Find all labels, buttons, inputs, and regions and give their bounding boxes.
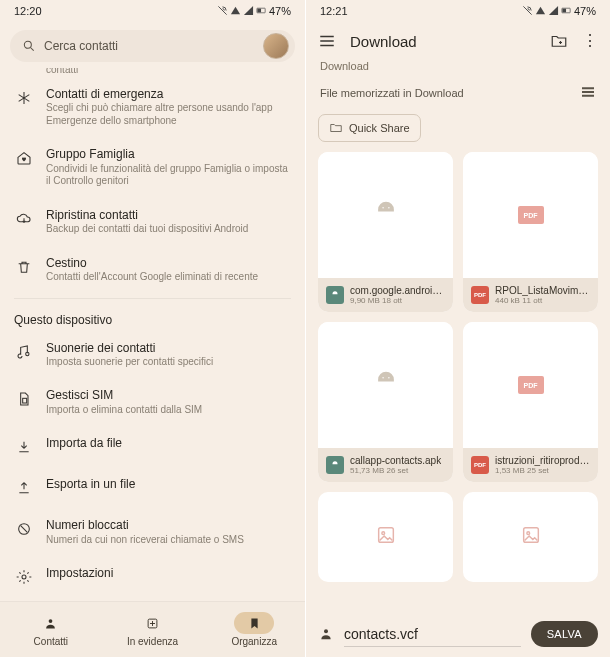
clock: 12:20 — [14, 5, 42, 17]
item-import[interactable]: Importa da file — [14, 426, 291, 467]
file-tile[interactable] — [463, 492, 598, 582]
svg-point-13 — [388, 207, 389, 208]
breadcrumb[interactable]: Download — [306, 54, 610, 78]
quick-share-chip[interactable]: Quick Share — [318, 114, 421, 142]
asterisk-icon — [14, 88, 34, 108]
item-blocked[interactable]: Numeri bloccati Numeri da cui non riceve… — [14, 508, 291, 556]
more-icon[interactable]: ⋮ — [582, 33, 598, 49]
search-row: Cerca contatti — [0, 22, 305, 68]
item-ringtones[interactable]: Suonerie dei contatti Imposta suonerie p… — [14, 331, 291, 379]
pdf-badge-icon — [471, 286, 489, 304]
svg-point-19 — [526, 532, 529, 535]
file-tile[interactable]: callapp-contacts.apk 51,73 MB 26 set — [318, 322, 453, 482]
pdf-badge-icon — [471, 456, 489, 474]
item-restore[interactable]: Ripristina contatti Backup dei contatti … — [14, 198, 291, 246]
save-button[interactable]: SALVA — [531, 621, 598, 647]
status-bar: 12:21 47% — [306, 0, 610, 22]
folder-icon — [329, 121, 343, 135]
menu-icon[interactable] — [318, 32, 336, 50]
battery-pct: 47% — [269, 5, 291, 17]
item-emergency[interactable]: Contatti di emergenza Scegli chi può chi… — [14, 77, 291, 137]
status-icons: 47% — [522, 5, 596, 18]
apk-badge-icon — [326, 286, 344, 304]
svg-point-20 — [324, 629, 328, 633]
list-view-icon[interactable] — [580, 84, 596, 102]
svg-point-12 — [382, 207, 383, 208]
svg-rect-11 — [562, 8, 566, 12]
sim-icon — [14, 389, 34, 409]
gear-icon — [14, 567, 34, 587]
apk-icon — [372, 369, 400, 401]
truncated-prev-item: contatti — [14, 68, 291, 75]
item-settings[interactable]: Impostazioni — [14, 556, 291, 597]
search-placeholder: Cerca contatti — [44, 39, 118, 53]
svg-point-8 — [49, 619, 53, 623]
svg-point-15 — [388, 377, 389, 378]
bookmark-icon — [247, 616, 262, 631]
clock: 12:21 — [320, 5, 348, 17]
item-family[interactable]: Gruppo Famiglia Condividi le funzionalit… — [14, 137, 291, 197]
file-tile[interactable] — [318, 492, 453, 582]
music-note-icon — [14, 342, 34, 362]
svg-rect-1 — [257, 8, 261, 12]
svg-rect-5 — [23, 399, 27, 404]
svg-point-2 — [24, 41, 31, 48]
bottom-nav: Contatti In evidenza Organizza — [0, 601, 305, 657]
upload-icon — [14, 478, 34, 498]
apk-icon — [372, 199, 400, 231]
nav-highlights[interactable]: In evidenza — [102, 602, 204, 657]
cloud-download-icon — [14, 209, 34, 229]
svg-point-4 — [26, 352, 29, 355]
svg-line-3 — [31, 48, 34, 51]
battery-pct: 47% — [574, 5, 596, 17]
nav-contacts[interactable]: Contatti — [0, 602, 102, 657]
section-title: Questo dispositivo — [14, 303, 291, 331]
file-tile[interactable]: PDF RPOL_ListaMovime… 440 kB 11 ott — [463, 152, 598, 312]
downloads-picker-screen: 12:21 47% Download ⋮ Download File memor… — [305, 0, 610, 657]
nav-organize[interactable]: Organizza — [203, 602, 305, 657]
location-subheader: File memorizzati in Download — [306, 78, 610, 108]
apk-badge-icon — [326, 456, 344, 474]
image-icon — [520, 524, 542, 550]
picker-header: Download ⋮ — [306, 22, 610, 54]
home-heart-icon — [14, 148, 34, 168]
status-icons: 47% — [217, 5, 291, 18]
item-sim[interactable]: Gestisci SIM Importa o elimina contatti … — [14, 378, 291, 426]
file-tile[interactable]: com.google.androi… 9,90 MB 18 ott — [318, 152, 453, 312]
status-bar: 12:20 47% — [0, 0, 305, 22]
image-icon — [375, 524, 397, 550]
svg-point-7 — [22, 575, 26, 579]
pdf-icon: PDF — [518, 206, 544, 224]
person-icon — [318, 626, 334, 642]
pdf-icon: PDF — [518, 376, 544, 394]
new-folder-icon[interactable] — [550, 32, 568, 50]
filename-input[interactable] — [344, 622, 521, 647]
svg-point-14 — [382, 377, 383, 378]
file-tile[interactable]: PDF istruzioni_ritiroprod… 1,53 MB 25 se… — [463, 322, 598, 482]
avatar[interactable] — [263, 33, 289, 59]
svg-point-17 — [381, 532, 384, 535]
picker-title: Download — [350, 33, 536, 50]
star-plus-icon — [145, 616, 160, 631]
download-icon — [14, 437, 34, 457]
search-input[interactable]: Cerca contatti — [10, 30, 295, 62]
divider — [14, 298, 291, 299]
settings-list: contatti Contatti di emergenza Scegli ch… — [0, 68, 305, 601]
files-area: Quick Share com.google.androi… 9,90 MB 1… — [306, 108, 610, 611]
contacts-organize-screen: 12:20 47% Cerca contatti contatti Contat… — [0, 0, 305, 657]
item-export[interactable]: Esporta in un file — [14, 467, 291, 508]
person-icon — [43, 616, 58, 631]
item-trash[interactable]: Cestino Contatti dell'Account Google eli… — [14, 246, 291, 294]
save-bar: SALVA — [306, 611, 610, 657]
trash-icon — [14, 257, 34, 277]
block-icon — [14, 519, 34, 539]
search-icon — [22, 39, 36, 53]
